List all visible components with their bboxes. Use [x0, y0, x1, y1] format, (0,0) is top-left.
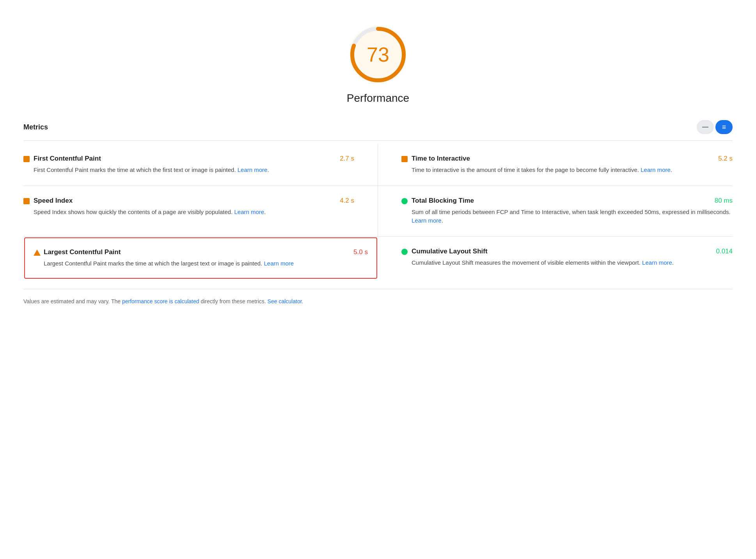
metric-lcp-learn-more[interactable]: Learn more [264, 260, 294, 267]
score-label: Performance [347, 92, 409, 104]
metric-si-learn-more[interactable]: Learn more [234, 209, 264, 215]
metric-tti-value: 5.2 s [718, 155, 733, 163]
grid-view-button[interactable]: ≡ [715, 120, 733, 134]
metric-lcp-value: 5.0 s [353, 248, 368, 256]
footer-note: Values are estimated and may vary. The p… [23, 289, 733, 306]
score-value: 73 [367, 43, 389, 66]
orange-square-icon-tti [401, 156, 408, 162]
metric-lcp-name: Largest Contentful Paint [44, 248, 121, 256]
metric-cls-header: Cumulative Layout Shift 0.014 [401, 248, 733, 255]
metric-tbt-description: Sum of all time periods between FCP and … [412, 208, 733, 225]
metric-lcp: Largest Contentful Paint 5.0 s Largest C… [24, 237, 377, 279]
metric-fcp-header: First Contentful Paint 2.7 s [23, 155, 354, 163]
view-toggle: — ≡ [697, 120, 733, 134]
green-circle-icon-cls [401, 249, 408, 255]
metric-tbt: Total Blocking Time 80 ms Sum of all tim… [378, 186, 733, 237]
metric-lcp-title-group: Largest Contentful Paint [34, 248, 121, 256]
metric-cls-learn-more[interactable]: Learn more [642, 259, 672, 266]
metric-lcp-header: Largest Contentful Paint 5.0 s [34, 248, 368, 256]
metric-cls-name: Cumulative Layout Shift [412, 248, 488, 255]
metric-tbt-header: Total Blocking Time 80 ms [401, 197, 733, 205]
metric-si: Speed Index 4.2 s Speed Index shows how … [23, 186, 378, 237]
metric-cls: Cumulative Layout Shift 0.014 Cumulative… [378, 237, 733, 280]
metric-si-description: Speed Index shows how quickly the conten… [34, 208, 354, 217]
metric-fcp-description: First Contentful Paint marks the time at… [34, 166, 354, 175]
metric-tti: Time to Interactive 5.2 s Time to intera… [378, 144, 733, 186]
score-section: 73 Performance [23, 16, 733, 104]
metric-cls-title-group: Cumulative Layout Shift [401, 248, 488, 255]
metric-si-title-group: Speed Index [23, 197, 73, 205]
metric-si-value: 4.2 s [340, 197, 354, 205]
metric-fcp-value: 2.7 s [340, 155, 354, 163]
list-view-button[interactable]: — [697, 120, 714, 134]
metric-fcp-learn-more[interactable]: Learn more [238, 166, 268, 173]
metric-fcp-name: First Contentful Paint [34, 155, 101, 163]
metric-tbt-learn-more[interactable]: Learn more [412, 217, 442, 224]
metric-tti-description: Time to interactive is the amount of tim… [412, 166, 733, 175]
metric-tbt-title-group: Total Blocking Time [401, 197, 474, 205]
metric-tti-title-group: Time to Interactive [401, 155, 470, 163]
metric-tti-learn-more[interactable]: Learn more [641, 166, 671, 173]
orange-square-icon-si [23, 198, 30, 204]
footer-perf-score-link[interactable]: performance score is calculated [122, 298, 199, 304]
orange-triangle-icon-lcp [34, 249, 40, 256]
metric-tbt-name: Total Blocking Time [412, 197, 474, 205]
metric-tbt-value: 80 ms [715, 197, 733, 205]
footer-calculator-link[interactable]: See calculator. [268, 298, 303, 304]
metric-cls-value: 0.014 [716, 248, 733, 255]
metric-si-header: Speed Index 4.2 s [23, 197, 354, 205]
metric-tti-header: Time to Interactive 5.2 s [401, 155, 733, 163]
metrics-title: Metrics [23, 123, 48, 131]
footer-text-before: Values are estimated and may vary. The [23, 298, 122, 304]
grid-icon: ≡ [722, 123, 726, 131]
list-icon: — [702, 124, 708, 131]
footer-text-middle: directly from these metrics. [199, 298, 268, 304]
metric-fcp: First Contentful Paint 2.7 s First Conte… [23, 144, 378, 186]
metrics-grid: First Contentful Paint 2.7 s First Conte… [23, 144, 733, 280]
metric-lcp-description: Largest Contentful Paint marks the time … [44, 259, 368, 268]
green-circle-icon-tbt [401, 198, 408, 204]
score-circle: 73 [347, 23, 409, 86]
metric-fcp-title-group: First Contentful Paint [23, 155, 101, 163]
metric-tti-name: Time to Interactive [412, 155, 470, 163]
orange-square-icon [23, 156, 30, 162]
metric-cls-description: Cumulative Layout Shift measures the mov… [412, 258, 733, 267]
metric-si-name: Speed Index [34, 197, 73, 205]
metrics-header: Metrics — ≡ [23, 120, 733, 141]
